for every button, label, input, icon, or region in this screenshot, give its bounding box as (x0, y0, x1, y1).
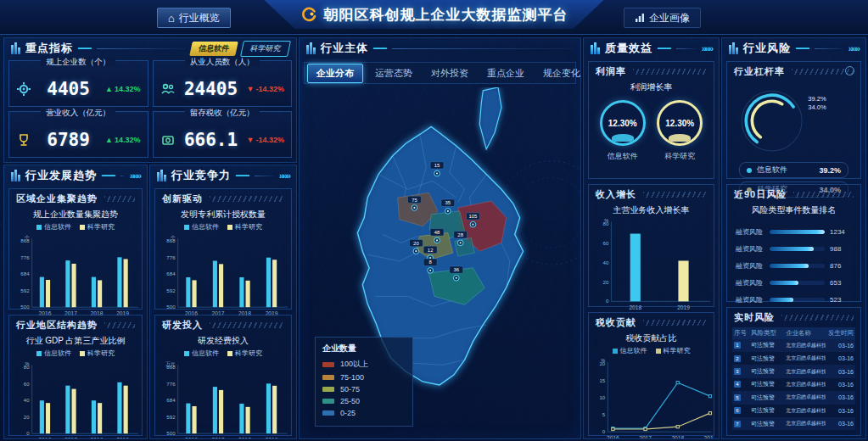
tab-item[interactable]: 规企变化排名 (534, 64, 581, 83)
svg-text:2018: 2018 (238, 437, 251, 439)
svg-text:35: 35 (445, 200, 451, 205)
top-header: ⌂ 行业概览 朝阳区科创规上企业大数据监测平台 企业画像 (0, 0, 868, 35)
subpanel-profit-rate: 利润率 利润增长率 12.30%信息软件12.30%科学研究 (588, 61, 714, 179)
subpanel-realtime-risk: 实时风险 序号风险类型企业名称发生时间 1司法预警北京启皓卓越科技有限公司03-… (726, 307, 861, 436)
map-legend-item: 100以上 (322, 359, 406, 370)
svg-text:60: 60 (24, 381, 30, 387)
section-icon (306, 42, 316, 54)
chart-tax-share: 税收贡献占比 信息软件科学研究 05101520%201620172018201… (589, 331, 714, 439)
toggle-science-research[interactable]: 科学研究 (240, 41, 291, 57)
title-plate: 朝阳区科创规上企业大数据监测平台 (265, 0, 604, 29)
svg-text:2017: 2017 (639, 436, 652, 439)
stat-delta: ▼-14.32% (247, 136, 284, 144)
map-legend-item: 0-25 (322, 409, 406, 417)
panel-title: 质量效益 (605, 41, 652, 56)
svg-text:40: 40 (24, 397, 30, 403)
bar-chart-icon (635, 13, 645, 23)
subpanel-rd-investment: 研发投入 研发经费投入 信息软件科学研究 500592684776868万元20… (154, 315, 292, 436)
svg-text:105: 105 (469, 214, 479, 219)
legend-item: 信息软件 (613, 346, 647, 355)
svg-text:684: 684 (166, 271, 176, 276)
more-icon[interactable]: »»» (279, 170, 289, 181)
chart-revenue-growth: 主营业务收入增长率 020406080%20182019 (589, 203, 714, 313)
section-icon (591, 42, 600, 54)
arrow-down-icon: ▼ (247, 85, 255, 93)
svg-text:0: 0 (602, 429, 606, 435)
legend-item: 信息软件 (36, 349, 71, 358)
svg-text:%: % (25, 361, 30, 366)
stat-card-revenue: 营业收入（亿元） 6789 ▲14.32% (8, 111, 148, 158)
svg-text:2017: 2017 (64, 437, 77, 439)
svg-text:34.0%: 34.0% (808, 103, 826, 111)
hbar-row: 融资风险876 (736, 261, 852, 271)
svg-text:20: 20 (603, 278, 609, 284)
chart-rd-investment: 研发经费投入 信息软件科学研究 500592684776868万元2016201… (155, 333, 291, 439)
table-row[interactable]: 4司法预警北京启皓卓越科技有限公司03-16 (732, 378, 855, 391)
panel-title: 行业竞争力 (171, 168, 231, 183)
panel-key-indicators: 重点指标 — 信息软件 科学研究 规上企业数（个） 4405 ▲14.32% 从… (3, 37, 297, 163)
tab-item[interactable]: 对外投资 (422, 64, 478, 83)
svg-text:2016: 2016 (185, 437, 198, 439)
stat-delta: ▲14.32% (105, 136, 140, 144)
map-legend-title: 企业数量 (322, 343, 406, 354)
money-icon (160, 132, 176, 148)
svg-text:个: 个 (25, 235, 30, 240)
hbar-row: 融资风险523 (736, 295, 852, 304)
map-legend: 企业数量 100以上75-10050-7525-500-25 (315, 337, 413, 427)
subpanel-risk-90d: 近90日风险 风险类型事件数量排名 融资风险1234融资风险988融资风险876… (726, 184, 861, 302)
panel-competitiveness: 行业竞争力 — »»» 创新驱动 发明专利累计授权数量 信息软件科学研究 500… (149, 165, 297, 439)
hatch-decoration (643, 320, 707, 326)
svg-text:500: 500 (166, 430, 176, 436)
svg-text:万元: 万元 (165, 361, 176, 366)
stat-delta: ▲14.32% (105, 85, 140, 93)
map-legend-item: 50-75 (322, 385, 406, 394)
subpanel-title: 收入增长 (596, 188, 636, 201)
panel-industry-risk: 行业风险 — »»» 行业杠杆率 39.2%34.0% 信息软件39.2%科学研… (721, 37, 866, 439)
svg-text:60: 60 (603, 240, 609, 246)
panel-industry-body: 行业主体 — 企业分布运营态势对外投资重点企业规企变化排名 (299, 37, 581, 439)
more-icon[interactable]: »»» (702, 43, 712, 53)
svg-text:2017: 2017 (212, 437, 225, 439)
subpanel-title: 利润率 (596, 65, 626, 78)
svg-text:20: 20 (413, 241, 419, 246)
svg-text:2016: 2016 (39, 437, 52, 439)
stat-value: 4405 (47, 79, 90, 99)
page-title: 朝阳区科创规上企业大数据监测平台 (324, 5, 568, 25)
svg-text:684: 684 (166, 397, 176, 403)
tab-item[interactable]: 企业分布 (307, 64, 363, 83)
table-row[interactable]: 2司法预警北京启皓卓越科技有限公司03-16 (732, 352, 855, 365)
tab-item[interactable]: 运营态势 (366, 64, 422, 83)
table-row[interactable]: 3司法预警北京启皓卓越科技有限公司03-16 (732, 365, 855, 377)
hatch-decoration (104, 322, 135, 328)
chart-enterprise-agglomeration: 规上企业数量集聚趋势 信息软件科学研究 500592684776868个2016… (9, 207, 142, 319)
nav-enterprise-portrait[interactable]: 企业画像 (624, 8, 701, 28)
table-row[interactable]: 1司法预警北京启皓卓越科技有限公司03-16 (732, 339, 855, 352)
gear-icon (16, 81, 31, 97)
hatch-decoration (781, 315, 854, 321)
subpanel-title: 行业地区结构趋势 (16, 319, 98, 332)
stat-delta: ▼-14.32% (247, 85, 284, 93)
district-map-area: 15753510548282012836 企业数量 100以上75-10050-… (300, 87, 580, 438)
panel-title: 行业风险 (743, 41, 791, 56)
info-icon[interactable] (845, 66, 854, 75)
chart-profit-growth: 利润增长率 12.30%信息软件12.30%科学研究 (589, 80, 714, 167)
people-icon (160, 81, 176, 97)
svg-text:776: 776 (20, 254, 30, 260)
tab-bar: 企业分布运营态势对外投资重点企业规企变化排名 (304, 62, 576, 84)
toggle-info-software[interactable]: 信息软件 (189, 42, 238, 56)
svg-text:0: 0 (606, 298, 609, 304)
more-icon[interactable]: »»» (130, 170, 140, 181)
more-icon[interactable]: »»» (848, 43, 859, 53)
svg-text:684: 684 (20, 271, 30, 276)
map-legend-item: 75-100 (322, 373, 406, 382)
panel-title: 行业主体 (321, 41, 368, 56)
panel-title: 行业发展趋势 (25, 168, 97, 183)
table-row[interactable]: 7司法预警北京启皓卓越科技有限公司03-16 (732, 417, 855, 430)
table-row[interactable]: 5司法预警北京启皓卓越科技有限公司03-16 (732, 391, 855, 404)
tab-item[interactable]: 重点企业 (478, 64, 534, 83)
subpanel-title: 行业杠杆率 (734, 65, 785, 78)
table-row[interactable]: 6司法预警北京启皓卓越科技有限公司03-16 (732, 405, 855, 417)
ring-gauge: 12.30%科学研究 (657, 100, 703, 162)
nav-industry-overview[interactable]: ⌂ 行业概览 (157, 8, 231, 28)
svg-text:10: 10 (599, 394, 605, 400)
